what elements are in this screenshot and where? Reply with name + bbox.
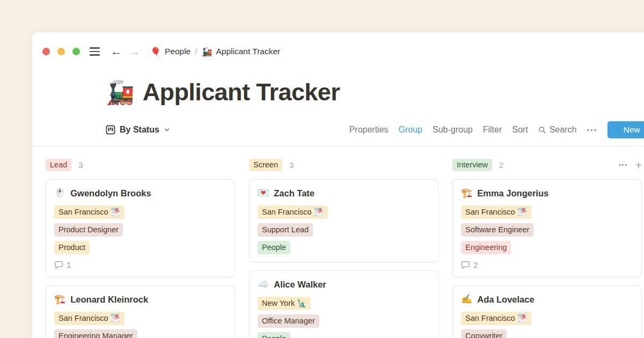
train-icon: 🚂 <box>202 47 213 57</box>
comment-icon <box>54 260 63 269</box>
view-switcher[interactable]: By Status <box>106 125 170 135</box>
tag-role: Office Manager <box>258 314 319 328</box>
computer-mouse-icon: 🖱️ <box>54 187 65 200</box>
card-name: Gwendolyn Brooks <box>70 187 151 200</box>
column-lead: Lead 3 🖱️ Gwendolyn Brooks San Francisco… <box>46 158 235 338</box>
card-zach-tate[interactable]: 💌 Zach Tate San Francisco 🌁 Support Lead… <box>249 179 438 262</box>
app-window: ← → 🎈 People / 🚂 Applicant Tracker 🚂 App… <box>32 32 644 338</box>
zoom-window-button[interactable] <box>72 48 80 55</box>
page-header: 🚂 Applicant Tracker <box>106 78 644 107</box>
card-name: Leonard Kleinrock <box>70 293 148 306</box>
column-header: Lead 3 <box>46 158 235 172</box>
board-view-icon <box>106 125 115 135</box>
column-screen: Screen 3 💌 Zach Tate San Francisco 🌁 Sup… <box>249 158 438 338</box>
forward-arrow-icon[interactable]: → <box>129 46 141 57</box>
tag-location: New York 🗽 <box>258 297 311 310</box>
new-button[interactable]: New <box>608 121 644 138</box>
balloon-icon: 🎈 <box>150 47 161 57</box>
tab-sub-group[interactable]: Sub-group <box>433 125 473 135</box>
comment-icon <box>461 260 470 269</box>
add-card-icon[interactable]: + <box>635 160 642 171</box>
tag-role: Copywriter <box>461 329 507 338</box>
tag-location: San Francisco 🌁 <box>54 312 125 325</box>
tag-team: Product <box>54 241 90 254</box>
group-count: 2 <box>499 160 503 170</box>
more-options-icon[interactable]: ••• <box>587 126 597 134</box>
group-badge[interactable]: Screen <box>249 159 282 171</box>
tag-location: San Francisco 🌁 <box>461 205 531 219</box>
search-icon <box>538 126 546 134</box>
menu-icon[interactable] <box>90 47 100 55</box>
breadcrumb-item-applicant-tracker[interactable]: Applicant Tracker <box>216 47 281 56</box>
tag-role: Product Designer <box>54 223 123 237</box>
tab-group[interactable]: Group <box>399 125 422 135</box>
group-count: 3 <box>289 160 294 170</box>
tag-team: People <box>258 332 290 338</box>
column-header: Screen 3 <box>249 158 438 172</box>
writing-hand-icon: ✍️ <box>461 293 472 306</box>
cloud-icon: ☁️ <box>258 278 269 291</box>
comment-count: 2 <box>461 260 633 269</box>
tag-role: Engineering Manager <box>54 329 137 338</box>
back-arrow-icon[interactable]: ← <box>111 46 122 57</box>
tag-location: San Francisco 🌁 <box>461 312 531 325</box>
breadcrumb-separator: / <box>195 47 197 56</box>
toolbar-actions: Properties Group Sub-group Filter Sort S… <box>349 121 644 138</box>
close-window-button[interactable] <box>42 48 50 55</box>
column-header: Interview 2 ••• + <box>452 158 642 172</box>
kanban-board: Lead 3 🖱️ Gwendolyn Brooks San Francisco… <box>32 146 644 338</box>
group-count: 3 <box>78 160 83 170</box>
card-alice-walker[interactable]: ☁️ Alice Walker New York 🗽 Office Manage… <box>249 270 438 338</box>
group-badge[interactable]: Interview <box>452 159 492 171</box>
card-name: Alice Walker <box>274 278 326 291</box>
card-leonard-kleinrock[interactable]: 🏗️ Leonard Kleinrock San Francisco 🌁 Eng… <box>46 285 235 338</box>
group-badge[interactable]: Lead <box>46 159 71 171</box>
comment-count: 1 <box>54 260 226 269</box>
card-name: Emma Jongerius <box>477 187 548 200</box>
card-emma-jongerius[interactable]: 🏗️ Emma Jongerius San Francisco 🌁 Softwa… <box>452 179 642 277</box>
construction-crane-icon: 🏗️ <box>54 293 65 306</box>
breadcrumb-item-people[interactable]: People <box>165 47 191 56</box>
tab-properties[interactable]: Properties <box>349 125 389 135</box>
tag-team: People <box>258 241 290 254</box>
window-controls <box>42 48 80 55</box>
chevron-down-icon <box>164 127 170 133</box>
tag-location: San Francisco 🌁 <box>258 205 328 219</box>
love-letter-icon: 💌 <box>258 187 269 200</box>
minimize-window-button[interactable] <box>57 48 65 55</box>
breadcrumb: 🎈 People / 🚂 Applicant Tracker <box>150 47 280 57</box>
view-toolbar: By Status Properties Group Sub-group Fil… <box>106 120 644 139</box>
page-title[interactable]: Applicant Tracker <box>143 78 340 107</box>
page-background: ← → 🎈 People / 🚂 Applicant Tracker 🚂 App… <box>0 0 644 338</box>
search-button[interactable]: Search <box>538 125 577 135</box>
window-topbar: ← → 🎈 People / 🚂 Applicant Tracker <box>42 42 644 61</box>
tag-role: Support Lead <box>258 223 313 237</box>
tag-team: Engineering <box>461 241 511 254</box>
view-name: By Status <box>120 125 159 135</box>
tab-filter[interactable]: Filter <box>483 125 502 135</box>
tag-role: Software Engineer <box>461 223 533 237</box>
search-label: Search <box>550 125 577 135</box>
card-gwendolyn-brooks[interactable]: 🖱️ Gwendolyn Brooks San Francisco 🌁 Prod… <box>46 179 235 277</box>
card-name: Zach Tate <box>274 187 314 200</box>
group-options-icon[interactable]: ••• <box>619 161 628 169</box>
train-icon[interactable]: 🚂 <box>106 78 135 106</box>
card-ada-lovelace[interactable]: ✍️ Ada Lovelace San Francisco 🌁 Copywrit… <box>452 285 642 338</box>
card-name: Ada Lovelace <box>477 293 534 306</box>
tab-sort[interactable]: Sort <box>512 125 528 135</box>
construction-crane-icon: 🏗️ <box>461 187 472 200</box>
tag-location: San Francisco 🌁 <box>54 205 125 219</box>
column-interview: Interview 2 ••• + 🏗️ Emma Jongerius San … <box>452 158 642 338</box>
